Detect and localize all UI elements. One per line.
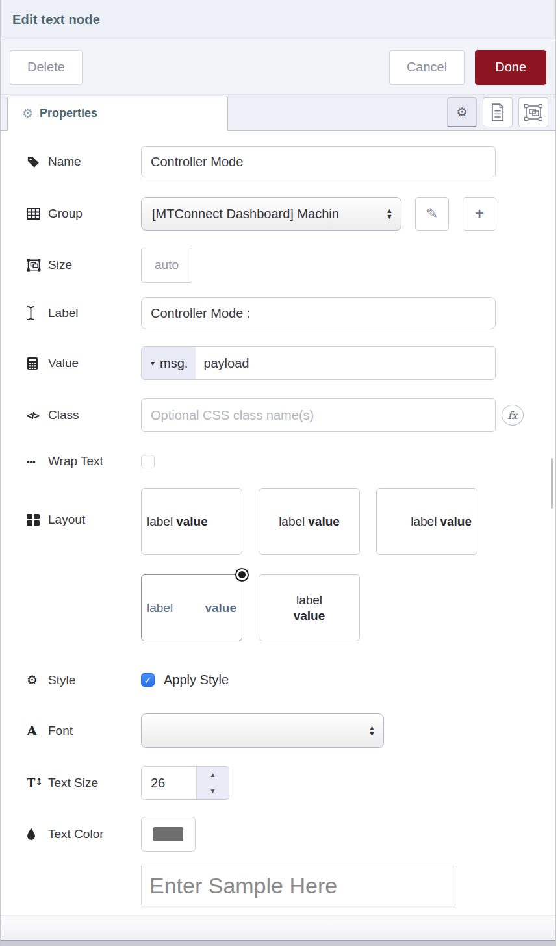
group-select-value: [MTConnect Dashboard] Machin bbox=[152, 207, 381, 222]
table-icon bbox=[27, 208, 42, 220]
footer-strip bbox=[1, 940, 555, 946]
group-row: Group [MTConnect Dashboard] Machin ▲▼ ✎ … bbox=[27, 197, 555, 231]
edit-group-button[interactable]: ✎ bbox=[415, 197, 449, 231]
dialog-header: Edit text node bbox=[1, 0, 555, 40]
style-row: ⚙ Style Apply Style bbox=[27, 672, 555, 687]
group-label: Group bbox=[27, 207, 141, 221]
apply-style-checkbox[interactable] bbox=[141, 673, 155, 687]
value-type-button[interactable]: ▾ msg. bbox=[142, 347, 196, 379]
class-label: </> Class bbox=[27, 408, 141, 422]
arrow-up-icon: ▲ bbox=[210, 771, 216, 778]
fx-expression-button[interactable]: fx bbox=[502, 405, 524, 426]
selected-radio-icon bbox=[235, 568, 249, 582]
document-icon bbox=[490, 103, 505, 121]
text-size-row: T↕ Text Size ▲ ▼ bbox=[27, 766, 555, 800]
value-type-label: msg. bbox=[160, 356, 188, 371]
delete-button[interactable]: Delete bbox=[10, 50, 83, 85]
ellipsis-icon: ••• bbox=[27, 457, 42, 467]
text-color-label: Text Color bbox=[27, 827, 141, 841]
tab-bar: ⚙ Properties ⚙ bbox=[1, 95, 555, 131]
i-cursor-icon bbox=[27, 306, 42, 320]
class-row: </> Class fx bbox=[27, 398, 555, 432]
done-button[interactable]: Done bbox=[475, 50, 546, 85]
font-row: A Font ▲▼ bbox=[27, 713, 555, 748]
gear-icon: ⚙ bbox=[22, 106, 33, 121]
pencil-icon: ✎ bbox=[426, 205, 438, 222]
select-updown-icon: ▲▼ bbox=[386, 208, 393, 220]
arrow-down-icon: ▼ bbox=[210, 787, 216, 795]
footer-zone bbox=[1, 915, 555, 940]
scrollbar-thumb[interactable] bbox=[551, 458, 553, 509]
gear-icon: ⚙ bbox=[456, 105, 467, 120]
add-group-button[interactable]: + bbox=[463, 197, 496, 231]
text-color-row: Text Color bbox=[27, 817, 555, 852]
font-select[interactable]: ▲▼ bbox=[141, 713, 384, 748]
value-label: Value bbox=[27, 356, 141, 370]
wrap-text-checkbox[interactable] bbox=[141, 455, 155, 468]
object-group-icon bbox=[524, 104, 542, 121]
layout-label: Layout bbox=[27, 488, 141, 527]
text-height-icon: T↕ bbox=[27, 776, 42, 790]
appearance-view-button[interactable] bbox=[518, 97, 548, 127]
tint-icon bbox=[27, 828, 42, 841]
size-row: Size auto bbox=[27, 248, 555, 283]
sample-row bbox=[27, 865, 555, 906]
group-select[interactable]: [MTConnect Dashboard] Machin ▲▼ bbox=[141, 197, 401, 231]
tab-properties-label: Properties bbox=[40, 107, 97, 120]
cancel-button[interactable]: Cancel bbox=[389, 50, 465, 85]
plus-icon: + bbox=[475, 205, 484, 223]
text-color-button[interactable] bbox=[141, 817, 196, 852]
text-size-spinner: ▲ ▼ bbox=[141, 766, 229, 800]
spinner-down-button[interactable]: ▼ bbox=[197, 783, 229, 799]
label-row: Label bbox=[27, 297, 555, 329]
caret-down-icon: ▾ bbox=[151, 359, 155, 368]
tab-properties[interactable]: ⚙ Properties bbox=[7, 96, 228, 131]
layout-option-row-right[interactable]: label value bbox=[376, 488, 477, 555]
grid-icon bbox=[27, 514, 42, 526]
spinner-up-button[interactable]: ▲ bbox=[197, 767, 229, 783]
value-row: Value ▾ msg. bbox=[27, 346, 555, 380]
layout-option-row-left[interactable]: label value bbox=[141, 488, 242, 555]
layout-option-stacked-center[interactable]: label value bbox=[259, 574, 360, 641]
properties-form: Name Group bbox=[1, 131, 555, 915]
properties-view-button[interactable]: ⚙ bbox=[447, 97, 477, 127]
edit-text-node-dialog: Edit text node Delete Cancel Done ⚙ Prop… bbox=[0, 0, 560, 946]
class-input[interactable] bbox=[141, 398, 496, 432]
layout-options: label value label value label value bbox=[141, 488, 477, 641]
select-updown-icon: ▲▼ bbox=[368, 725, 375, 737]
label-input[interactable] bbox=[141, 297, 496, 329]
sample-text-input[interactable] bbox=[141, 865, 455, 906]
edit-tray: Edit text node Delete Cancel Done ⚙ Prop… bbox=[0, 0, 556, 946]
layout-option-row-center[interactable]: label value bbox=[259, 488, 360, 555]
dialog-title: Edit text node bbox=[12, 12, 100, 27]
action-bar: Delete Cancel Done bbox=[1, 40, 555, 95]
name-row: Name bbox=[27, 146, 555, 177]
wrap-text-row: ••• Wrap Text bbox=[27, 454, 555, 468]
gear-icon: ⚙ bbox=[27, 672, 42, 687]
description-view-button[interactable] bbox=[483, 97, 513, 127]
value-input[interactable] bbox=[196, 347, 495, 379]
fx-icon: fx bbox=[508, 409, 518, 422]
color-swatch bbox=[153, 827, 183, 841]
tag-icon bbox=[27, 155, 42, 168]
name-label: Name bbox=[27, 155, 141, 169]
layout-row: Layout label value label value label bbox=[27, 488, 555, 641]
size-label: Size bbox=[27, 258, 141, 272]
label-label: Label bbox=[27, 306, 141, 320]
object-group-icon bbox=[27, 259, 42, 272]
text-size-label: T↕ Text Size bbox=[27, 776, 141, 790]
apply-style-label: Apply Style bbox=[164, 672, 229, 687]
font-icon: A bbox=[27, 722, 42, 739]
spinner-buttons: ▲ ▼ bbox=[196, 767, 229, 799]
code-icon: </> bbox=[27, 410, 42, 421]
value-typed-input: ▾ msg. bbox=[141, 346, 496, 380]
wrap-text-label: ••• Wrap Text bbox=[27, 454, 141, 468]
text-size-input[interactable] bbox=[142, 767, 196, 799]
name-input[interactable] bbox=[141, 146, 496, 177]
layout-option-row-split-selected[interactable]: label value bbox=[141, 574, 242, 641]
font-label: A Font bbox=[27, 722, 141, 739]
calculator-icon bbox=[27, 357, 42, 370]
size-button[interactable]: auto bbox=[141, 248, 192, 283]
tab-toolbar: ⚙ bbox=[447, 97, 548, 127]
style-label: ⚙ Style bbox=[27, 672, 141, 687]
